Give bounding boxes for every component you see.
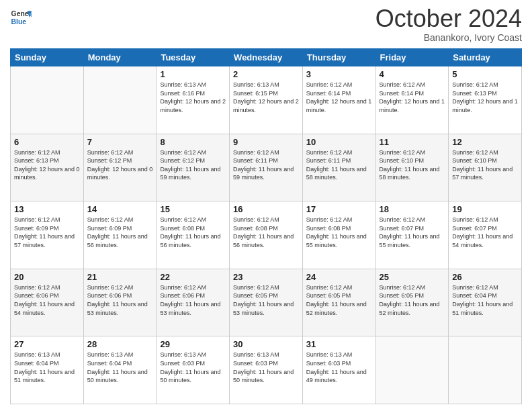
day-info: Sunrise: 6:12 AM Sunset: 6:13 PM Dayligh… xyxy=(14,148,80,182)
day-number: 3 xyxy=(306,69,372,79)
day-number: 5 xyxy=(452,69,518,79)
calendar-week-3: 20Sunrise: 6:12 AM Sunset: 6:06 PM Dayli… xyxy=(11,269,522,336)
calendar-cell: 18Sunrise: 6:12 AM Sunset: 6:07 PM Dayli… xyxy=(375,201,449,269)
day-number: 30 xyxy=(233,339,299,349)
calendar-cell: 4Sunrise: 6:12 AM Sunset: 6:14 PM Daylig… xyxy=(375,66,449,134)
day-info: Sunrise: 6:12 AM Sunset: 6:14 PM Dayligh… xyxy=(380,81,445,114)
day-info: Sunrise: 6:13 AM Sunset: 6:04 PM Dayligh… xyxy=(87,351,153,384)
day-info: Sunrise: 6:12 AM Sunset: 6:06 PM Dayligh… xyxy=(160,283,226,317)
calendar-cell: 5Sunrise: 6:12 AM Sunset: 6:13 PM Daylig… xyxy=(449,66,522,134)
calendar-week-2: 13Sunrise: 6:12 AM Sunset: 6:09 PM Dayli… xyxy=(11,201,522,269)
day-number: 28 xyxy=(87,339,153,349)
calendar-cell: 10Sunrise: 6:12 AM Sunset: 6:11 PM Dayli… xyxy=(302,134,375,201)
day-info: Sunrise: 6:13 AM Sunset: 6:03 PM Dayligh… xyxy=(306,351,372,384)
day-info: Sunrise: 6:13 AM Sunset: 6:04 PM Dayligh… xyxy=(14,351,80,384)
col-friday: Friday xyxy=(375,49,449,66)
day-number: 6 xyxy=(14,137,80,147)
calendar-cell: 6Sunrise: 6:12 AM Sunset: 6:13 PM Daylig… xyxy=(11,134,84,201)
logo-icon: General Blue xyxy=(10,7,32,28)
calendar-cell xyxy=(11,66,84,134)
col-saturday: Saturday xyxy=(449,49,522,66)
day-number: 20 xyxy=(14,272,80,282)
day-number: 15 xyxy=(160,204,226,214)
day-number: 27 xyxy=(14,339,80,349)
day-info: Sunrise: 6:12 AM Sunset: 6:04 PM Dayligh… xyxy=(452,283,518,317)
day-info: Sunrise: 6:12 AM Sunset: 6:05 PM Dayligh… xyxy=(233,283,299,317)
page: General Blue October 2024 Banankoro, Ivo… xyxy=(0,0,532,411)
day-number: 2 xyxy=(233,69,299,79)
calendar-cell: 9Sunrise: 6:12 AM Sunset: 6:11 PM Daylig… xyxy=(230,134,303,201)
day-info: Sunrise: 6:13 AM Sunset: 6:15 PM Dayligh… xyxy=(233,81,299,114)
calendar-cell: 22Sunrise: 6:12 AM Sunset: 6:06 PM Dayli… xyxy=(157,269,230,336)
col-sunday: Sunday xyxy=(11,49,84,66)
calendar-cell xyxy=(375,336,449,404)
title-section: October 2024 Banankoro, Ivory Coast xyxy=(375,7,522,43)
day-info: Sunrise: 6:12 AM Sunset: 6:08 PM Dayligh… xyxy=(233,216,299,249)
calendar-cell: 19Sunrise: 6:12 AM Sunset: 6:07 PM Dayli… xyxy=(449,201,522,269)
calendar-cell: 20Sunrise: 6:12 AM Sunset: 6:06 PM Dayli… xyxy=(11,269,84,336)
calendar-cell: 11Sunrise: 6:12 AM Sunset: 6:10 PM Dayli… xyxy=(375,134,449,201)
day-number: 4 xyxy=(380,69,445,79)
day-info: Sunrise: 6:13 AM Sunset: 6:03 PM Dayligh… xyxy=(160,351,226,384)
day-number: 12 xyxy=(452,137,518,147)
day-info: Sunrise: 6:12 AM Sunset: 6:08 PM Dayligh… xyxy=(306,216,372,249)
day-info: Sunrise: 6:13 AM Sunset: 6:16 PM Dayligh… xyxy=(160,81,226,114)
col-monday: Monday xyxy=(83,49,157,66)
calendar-cell: 1Sunrise: 6:13 AM Sunset: 6:16 PM Daylig… xyxy=(157,66,230,134)
calendar-cell: 26Sunrise: 6:12 AM Sunset: 6:04 PM Dayli… xyxy=(449,269,522,336)
day-info: Sunrise: 6:12 AM Sunset: 6:05 PM Dayligh… xyxy=(306,283,372,317)
calendar-cell: 27Sunrise: 6:13 AM Sunset: 6:04 PM Dayli… xyxy=(11,336,84,404)
calendar-cell: 8Sunrise: 6:12 AM Sunset: 6:12 PM Daylig… xyxy=(157,134,230,201)
day-number: 14 xyxy=(87,204,153,214)
header-row: Sunday Monday Tuesday Wednesday Thursday… xyxy=(11,49,522,66)
day-info: Sunrise: 6:12 AM Sunset: 6:11 PM Dayligh… xyxy=(306,148,372,182)
calendar-cell: 7Sunrise: 6:12 AM Sunset: 6:12 PM Daylig… xyxy=(83,134,157,201)
day-number: 8 xyxy=(160,137,226,147)
day-info: Sunrise: 6:12 AM Sunset: 6:06 PM Dayligh… xyxy=(87,283,153,317)
day-number: 29 xyxy=(160,339,226,349)
day-info: Sunrise: 6:12 AM Sunset: 6:09 PM Dayligh… xyxy=(14,216,80,249)
day-info: Sunrise: 6:12 AM Sunset: 6:11 PM Dayligh… xyxy=(233,148,299,182)
calendar-cell: 15Sunrise: 6:12 AM Sunset: 6:08 PM Dayli… xyxy=(157,201,230,269)
calendar-week-0: 1Sunrise: 6:13 AM Sunset: 6:16 PM Daylig… xyxy=(11,66,522,134)
header: General Blue October 2024 Banankoro, Ivo… xyxy=(10,7,522,43)
day-info: Sunrise: 6:13 AM Sunset: 6:03 PM Dayligh… xyxy=(233,351,299,384)
calendar-cell: 2Sunrise: 6:13 AM Sunset: 6:15 PM Daylig… xyxy=(230,66,303,134)
day-info: Sunrise: 6:12 AM Sunset: 6:07 PM Dayligh… xyxy=(452,216,518,249)
day-info: Sunrise: 6:12 AM Sunset: 6:10 PM Dayligh… xyxy=(452,148,518,182)
day-info: Sunrise: 6:12 AM Sunset: 6:08 PM Dayligh… xyxy=(160,216,226,249)
day-info: Sunrise: 6:12 AM Sunset: 6:05 PM Dayligh… xyxy=(380,283,445,317)
day-number: 13 xyxy=(14,204,80,214)
day-info: Sunrise: 6:12 AM Sunset: 6:10 PM Dayligh… xyxy=(380,148,445,182)
calendar-cell: 30Sunrise: 6:13 AM Sunset: 6:03 PM Dayli… xyxy=(230,336,303,404)
day-number: 19 xyxy=(452,204,518,214)
svg-text:Blue: Blue xyxy=(11,18,27,26)
calendar-cell: 23Sunrise: 6:12 AM Sunset: 6:05 PM Dayli… xyxy=(230,269,303,336)
day-info: Sunrise: 6:12 AM Sunset: 6:07 PM Dayligh… xyxy=(380,216,445,249)
day-number: 18 xyxy=(380,204,445,214)
calendar-cell: 28Sunrise: 6:13 AM Sunset: 6:04 PM Dayli… xyxy=(83,336,157,404)
day-info: Sunrise: 6:12 AM Sunset: 6:13 PM Dayligh… xyxy=(452,81,518,114)
day-number: 24 xyxy=(306,272,372,282)
calendar-cell: 25Sunrise: 6:12 AM Sunset: 6:05 PM Dayli… xyxy=(375,269,449,336)
day-number: 31 xyxy=(306,339,372,349)
location-subtitle: Banankoro, Ivory Coast xyxy=(375,32,522,43)
calendar-cell: 3Sunrise: 6:12 AM Sunset: 6:14 PM Daylig… xyxy=(302,66,375,134)
month-title: October 2024 xyxy=(375,7,522,31)
calendar-cell: 17Sunrise: 6:12 AM Sunset: 6:08 PM Dayli… xyxy=(302,201,375,269)
calendar-week-4: 27Sunrise: 6:13 AM Sunset: 6:04 PM Dayli… xyxy=(11,336,522,404)
day-info: Sunrise: 6:12 AM Sunset: 6:12 PM Dayligh… xyxy=(160,148,226,182)
day-number: 25 xyxy=(380,272,445,282)
day-number: 7 xyxy=(87,137,153,147)
calendar-cell: 13Sunrise: 6:12 AM Sunset: 6:09 PM Dayli… xyxy=(11,201,84,269)
col-thursday: Thursday xyxy=(302,49,375,66)
day-number: 22 xyxy=(160,272,226,282)
day-number: 26 xyxy=(452,272,518,282)
calendar-cell: 31Sunrise: 6:13 AM Sunset: 6:03 PM Dayli… xyxy=(302,336,375,404)
calendar-cell: 29Sunrise: 6:13 AM Sunset: 6:03 PM Dayli… xyxy=(157,336,230,404)
day-info: Sunrise: 6:12 AM Sunset: 6:09 PM Dayligh… xyxy=(87,216,153,249)
calendar-table: Sunday Monday Tuesday Wednesday Thursday… xyxy=(10,48,522,404)
calendar-cell: 24Sunrise: 6:12 AM Sunset: 6:05 PM Dayli… xyxy=(302,269,375,336)
logo: General Blue xyxy=(10,7,32,28)
day-number: 21 xyxy=(87,272,153,282)
